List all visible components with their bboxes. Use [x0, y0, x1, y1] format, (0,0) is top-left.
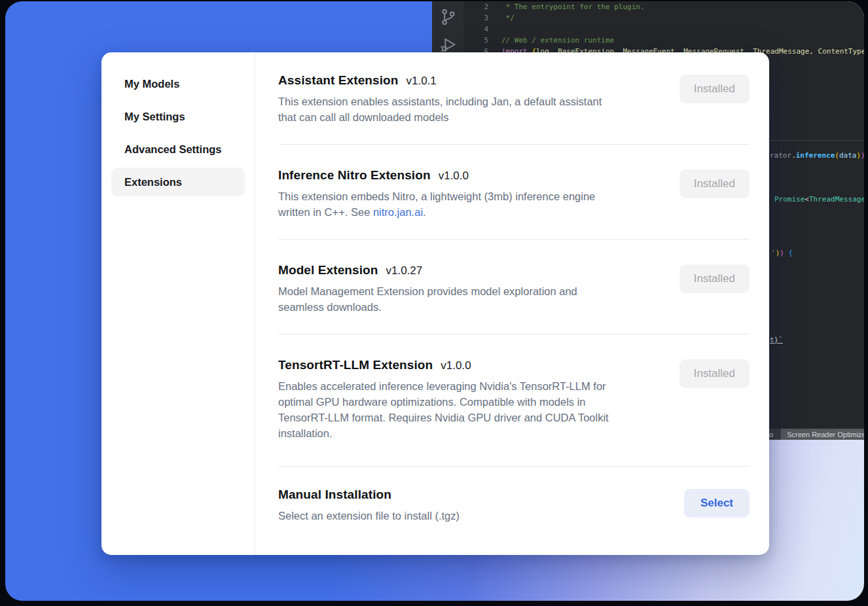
code-token: t}: [770, 336, 778, 344]
code-token: .: [791, 151, 796, 160]
extension-description: This extension embeds Nitro, a lightweig…: [278, 188, 660, 220]
extension-description: Model Management Extension provides mode…: [278, 283, 660, 315]
screenshot-stage: 2 * The entrypoint for the plugin.3 */45…: [0, 0, 868, 606]
description-line: that can call all downloaded models: [278, 109, 660, 125]
extension-info: Manual InstallationSelect an extension f…: [278, 488, 684, 524]
code-fragment: ')) {: [771, 249, 793, 257]
status-item-screen-reader[interactable]: Screen Reader Optimize: [781, 429, 864, 440]
code-token: ): [780, 249, 784, 257]
sidebar-item-label: My Models: [124, 78, 179, 90]
code-token: * The entrypoint for the plugin.: [501, 3, 645, 11]
description-line: Enables accelerated inference leveraging…: [278, 378, 660, 394]
code-token: Promise: [774, 195, 805, 204]
extension-header: Manual Installation: [278, 488, 664, 502]
description-line: TensorRT-LLM format. Requires Nvidia GPU…: [278, 410, 660, 425]
sidebar-item-extensions[interactable]: Extensions: [111, 168, 245, 196]
code-fragment: rator.inference(data));: [770, 151, 864, 160]
extension-version: v1.0.0: [439, 169, 469, 183]
settings-modal: My ModelsMy SettingsAdvanced SettingsExt…: [101, 52, 769, 555]
line-number: 3: [463, 12, 488, 24]
code-token: (: [835, 151, 839, 160]
extension-info: Inference Nitro Extensionv1.0.0This exte…: [278, 168, 679, 220]
extension-info: TensortRT-LLM Extensionv1.0.0Enables acc…: [278, 358, 679, 441]
code-token: rator: [770, 151, 791, 160]
code-line: 5// Web / extension runtime: [463, 35, 864, 46]
description-line: This extension embeds Nitro, a lightweig…: [278, 188, 660, 204]
code-fragment: t}`: [770, 336, 783, 344]
code-token: // Web / extension runtime: [501, 36, 614, 45]
extension-title: TensortRT-LLM Extension: [278, 358, 433, 372]
extension-row: TensortRT-LLM Extensionv1.0.0Enables acc…: [278, 334, 750, 467]
code-token: {: [784, 249, 793, 257]
code-token: ': [771, 249, 776, 257]
sidebar-item-advanced-settings[interactable]: Advanced Settings: [111, 135, 245, 164]
settings-sidebar: My ModelsMy SettingsAdvanced SettingsExt…: [101, 52, 255, 555]
git-branch-icon[interactable]: [439, 8, 458, 26]
run-debug-icon[interactable]: [439, 35, 458, 54]
code-token: ,: [809, 47, 818, 56]
line-number: 2: [463, 1, 488, 12]
line-number: 4: [463, 24, 488, 35]
extension-description: Select an extension file to install (.tg…: [278, 508, 664, 524]
code-token: ): [861, 151, 864, 160]
description-line: seamless downloads.: [278, 299, 660, 315]
code-token: `: [778, 336, 783, 344]
extension-row: Manual InstallationSelect an extension f…: [278, 467, 750, 543]
extension-version: v1.0.1: [407, 75, 437, 88]
description-line: installation.: [278, 425, 660, 441]
extension-title: Model Extension: [278, 263, 378, 277]
code-fragment: Promise<ThreadMessage>: [774, 195, 864, 204]
extension-description: This extension enables assistants, inclu…: [278, 94, 660, 125]
extension-title: Inference Nitro Extension: [278, 168, 431, 183]
extension-description: Enables accelerated inference leveraging…: [278, 378, 660, 441]
sidebar-item-my-settings[interactable]: My Settings: [111, 102, 245, 131]
description-line: optimal GPU hardware optimizations. Comp…: [278, 394, 660, 410]
installed-button[interactable]: Installed: [679, 264, 750, 293]
sidebar-item-label: My Settings: [124, 111, 185, 123]
code-line: 3 */: [463, 12, 864, 24]
sidebar-item-label: Extensions: [124, 176, 182, 188]
extension-info: Model Extensionv1.0.27Model Management E…: [278, 263, 679, 315]
extension-version: v1.0.27: [386, 264, 422, 277]
extension-row: Inference Nitro Extensionv1.0.0This exte…: [278, 145, 750, 240]
extension-header: Assistant Extensionv1.0.1: [278, 73, 660, 88]
code-token: ThreadMessage: [809, 195, 864, 204]
extension-row: Assistant Extensionv1.0.1This extension …: [278, 72, 750, 145]
installed-button[interactable]: Installed: [679, 169, 750, 198]
extension-list: Assistant Extensionv1.0.1This extension …: [255, 52, 769, 555]
code-token: <: [805, 195, 809, 204]
extension-row: Model Extensionv1.0.27Model Management E…: [278, 240, 750, 334]
installed-button[interactable]: Installed: [679, 75, 750, 103]
extension-header: Inference Nitro Extensionv1.0.0: [278, 168, 660, 183]
code-line: 4: [463, 24, 864, 35]
extension-header: Model Extensionv1.0.27: [278, 263, 660, 277]
extension-header: TensortRT-LLM Extensionv1.0.0: [278, 358, 660, 372]
description-line: This extension enables assistants, inclu…: [278, 94, 660, 109]
code-line: 2 * The entrypoint for the plugin.: [463, 1, 864, 12]
select-button[interactable]: Select: [684, 489, 750, 518]
code-token: ContentType: [818, 47, 864, 56]
description-line: Model Management Extension provides mode…: [278, 283, 660, 299]
extension-version: v1.0.0: [441, 359, 471, 372]
installed-button[interactable]: Installed: [679, 359, 750, 388]
extension-title: Assistant Extension: [278, 73, 399, 88]
line-number: 5: [463, 35, 488, 46]
nitro-jan-ai-link[interactable]: nitro.jan.ai: [373, 206, 423, 218]
description-line: written in C++. See nitro.jan.ai.: [278, 204, 660, 220]
code-token: */: [501, 14, 515, 22]
sidebar-item-label: Advanced Settings: [124, 143, 222, 156]
screen-background: 2 * The entrypoint for the plugin.3 */45…: [5, 1, 864, 601]
code-token: data: [839, 151, 857, 160]
code-token: inference: [796, 151, 835, 160]
extension-info: Assistant Extensionv1.0.1This extension …: [278, 73, 679, 125]
extension-title: Manual Installation: [278, 488, 391, 502]
description-line: Select an extension file to install (.tg…: [278, 508, 664, 524]
sidebar-item-my-models[interactable]: My Models: [111, 69, 245, 98]
